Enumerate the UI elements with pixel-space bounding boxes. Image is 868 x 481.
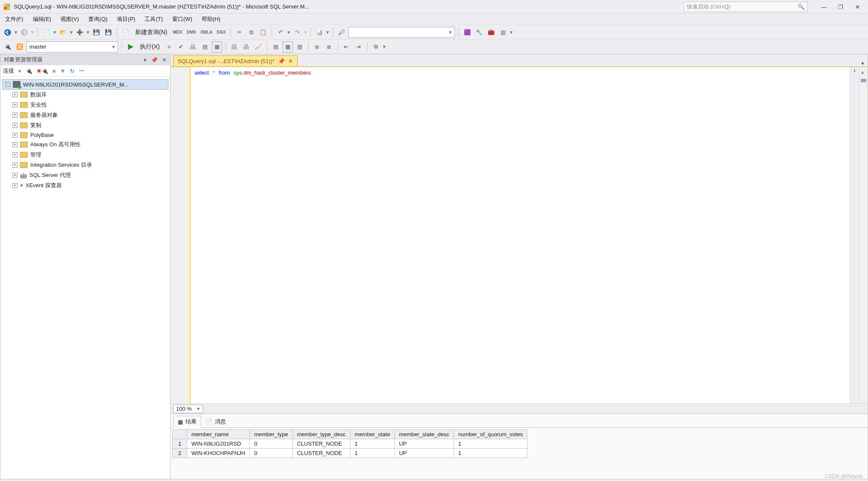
results-grid[interactable]: member_name member_type member_type_desc… — [171, 428, 868, 479]
col-member_type[interactable]: member_type — [250, 430, 292, 439]
results-file-icon[interactable]: ▥ — [295, 41, 305, 52]
menu-view[interactable]: 视图(V) — [61, 15, 79, 23]
horizontal-scrollbar[interactable] — [205, 406, 865, 412]
actual-plan-icon[interactable]: 品 — [229, 41, 240, 52]
results-text-icon[interactable]: ▤ — [271, 41, 281, 52]
disconnect-icon[interactable]: ✖🔌 — [37, 68, 48, 74]
expand-icon[interactable]: + — [12, 102, 17, 107]
tree-node-xevent[interactable]: +⌖XEvent 探查器 — [2, 180, 168, 191]
tree-node-agent[interactable]: +🤖SQL Server 代理 — [2, 170, 168, 180]
zoom-combo[interactable]: 100 %▾ — [173, 405, 203, 413]
find-combo[interactable]: ▾ — [348, 27, 455, 38]
expand-icon[interactable]: + — [12, 173, 17, 178]
newquery-button[interactable]: 新建查询(N) — [133, 29, 170, 36]
layout-icon[interactable]: ▥ — [498, 27, 508, 38]
vertical-scrollbar[interactable]: ▴ — [859, 67, 868, 403]
tree-node-management[interactable]: +管理 — [2, 150, 168, 160]
ext1-icon[interactable]: 🟪 — [462, 27, 472, 38]
client-stats-icon[interactable]: 📈 — [253, 41, 263, 52]
results-tab[interactable]: ▦结果 — [173, 416, 201, 428]
toolbox-icon[interactable]: 🧰 — [486, 27, 496, 38]
results-grid-icon[interactable]: ▦ — [283, 41, 293, 52]
col-member_type_desc[interactable]: member_type_desc — [292, 430, 350, 439]
dax-icon[interactable]: DAX — [215, 27, 227, 38]
col-member_state[interactable]: member_state — [350, 430, 394, 439]
redo-icon[interactable]: ↷ — [292, 27, 302, 38]
expand-icon[interactable]: + — [12, 113, 17, 118]
save-all-icon[interactable]: 💾 — [103, 27, 113, 38]
connect-server-icon[interactable]: 🔌 — [26, 68, 32, 74]
tree-node-databases[interactable]: +数据库 — [2, 90, 168, 100]
scroll-up-icon[interactable]: ▴ — [861, 69, 864, 75]
new-project-icon[interactable]: 📄 — [41, 27, 52, 38]
expand-icon[interactable]: + — [12, 133, 17, 138]
tree-server-node[interactable]: − WIN-N9LIG201RSD\MSSQLSERVER_M... — [2, 79, 168, 90]
add-item-icon[interactable]: ➕ — [75, 27, 85, 38]
open-file-icon[interactable]: 📂 — [58, 27, 68, 38]
close-button[interactable]: ✕ — [855, 4, 861, 10]
maximize-button[interactable]: ❐ — [838, 4, 844, 10]
parse-icon[interactable]: ✔ — [176, 41, 186, 52]
split-icon[interactable]: ↕ — [850, 67, 859, 403]
pin-icon[interactable]: 📌 — [151, 57, 158, 63]
close-panel-icon[interactable]: ✕ — [162, 57, 167, 63]
tree-node-alwayson[interactable]: +Always On 高可用性 — [2, 139, 168, 150]
connect-icon[interactable]: 🔌 — [3, 41, 13, 52]
filter-icon[interactable]: ▼ — [60, 68, 66, 74]
live-stats-icon[interactable]: 品 — [241, 41, 252, 52]
copy-icon[interactable]: ⧉ — [246, 27, 256, 38]
expand-icon[interactable]: + — [12, 162, 17, 168]
quick-launch-input[interactable]: 快速启动 (Ctrl+Q) 🔍 — [684, 2, 807, 12]
refresh-icon[interactable]: ↻ — [70, 68, 75, 74]
collapse-icon[interactable]: − — [5, 82, 10, 87]
outdent-icon[interactable]: ⇥ — [353, 41, 364, 52]
menu-tools[interactable]: 工具(T) — [145, 15, 163, 23]
specify-values-icon[interactable]: ⚙ — [371, 41, 381, 52]
indent-icon[interactable]: ⇤ — [341, 41, 352, 52]
estimated-plan-icon[interactable]: 品 — [188, 41, 198, 52]
tree-node-replication[interactable]: +复制 — [2, 120, 168, 130]
intellisense-icon[interactable]: ▦ — [212, 41, 222, 52]
database-combo[interactable]: master ▾ — [26, 41, 118, 52]
menu-query[interactable]: 查询(Q) — [88, 15, 107, 23]
uncomment-icon[interactable]: ≣ — [324, 41, 334, 52]
menu-help[interactable]: 帮助(H) — [202, 15, 220, 23]
connect-label[interactable]: 连接 — [3, 67, 14, 75]
sql-code[interactable]: select * from sys.dm_hadr_cluster_member… — [191, 67, 314, 403]
xmla-icon[interactable]: XMLA — [199, 27, 214, 38]
tree-node-ssis[interactable]: +Integration Services 目录 — [2, 160, 168, 170]
tree-node-security[interactable]: +安全性 — [2, 100, 168, 110]
menu-file[interactable]: 文件(F) — [5, 15, 23, 23]
pulse-icon[interactable]: 〰 — [79, 68, 84, 74]
query-options-icon[interactable]: ▤ — [200, 41, 210, 52]
save-icon[interactable]: 💾 — [91, 27, 101, 38]
mdx-icon[interactable]: MDX — [171, 27, 183, 38]
paste-icon[interactable]: 📋 — [258, 27, 268, 38]
menu-window[interactable]: 窗口(W) — [172, 15, 192, 23]
wrench-icon[interactable]: 🔧 — [474, 27, 484, 38]
menu-project[interactable]: 项目(P) — [117, 15, 135, 23]
col-member_name[interactable]: member_name — [187, 430, 250, 439]
table-row[interactable]: 2 WIN-KHOCHPAFNJH 0 CLUSTER_NODE 1 UP 1 — [173, 449, 527, 458]
pin-tab-icon[interactable]: 📌 — [278, 58, 285, 64]
nav-back-button[interactable] — [3, 27, 13, 38]
expand-icon[interactable]: + — [12, 183, 17, 188]
expand-icon[interactable]: + — [12, 92, 17, 97]
tree-node-serverobjects[interactable]: +服务器对象 — [2, 110, 168, 120]
newquery-icon[interactable]: 📄 — [121, 27, 131, 38]
menu-edit[interactable]: 编辑(E) — [33, 15, 51, 23]
cut-icon[interactable]: ✂ — [234, 27, 244, 38]
comment-icon[interactable]: ≣ — [312, 41, 322, 52]
table-row[interactable]: 1 WIN-N9LIG201RSD 0 CLUSTER_NODE 1 UP 1 — [173, 439, 527, 449]
activity-monitor-icon[interactable]: 📊 — [314, 27, 324, 38]
col-number_of_quorum_votes[interactable]: number_of_quorum_votes — [454, 430, 527, 439]
tree-node-polybase[interactable]: +PolyBase — [2, 130, 168, 139]
minimize-button[interactable]: — — [821, 4, 827, 10]
col-member_state_desc[interactable]: member_state_desc — [394, 430, 454, 439]
sql-editor[interactable]: select * from sys.dm_hadr_cluster_member… — [171, 67, 868, 403]
dropdown-icon[interactable]: ▾ — [144, 57, 147, 63]
change-connection-icon[interactable]: 🔀 — [14, 41, 25, 52]
find-icon[interactable]: 🔎 — [336, 27, 347, 38]
undo-icon[interactable]: ↶ — [275, 27, 286, 38]
expand-icon[interactable]: + — [12, 152, 17, 157]
